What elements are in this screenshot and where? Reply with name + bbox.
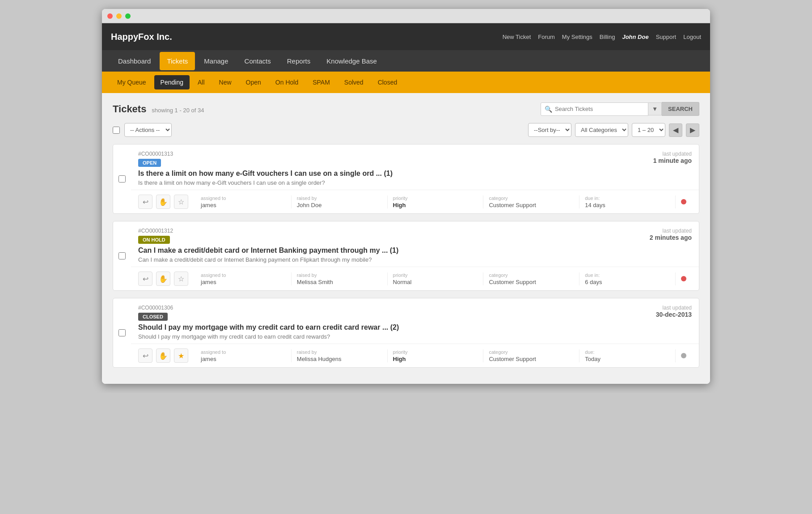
categories-dropdown[interactable]: All Categories [575,123,628,137]
reply-icon[interactable]: ↩ [138,272,152,286]
ticket-checkbox-col [113,144,131,213]
support-link[interactable]: Support [656,34,677,40]
assigned-to-value: james [201,356,286,362]
subnav-spam[interactable]: SPAM [306,75,336,89]
status-badge: OPEN [138,159,161,167]
ticket-checkbox[interactable] [118,175,126,183]
reply-icon[interactable]: ↩ [138,348,152,363]
sort-by-dropdown[interactable]: --Sort by-- [528,123,571,137]
nav-dashboard[interactable]: Dashboard [111,52,158,70]
priority-dot-field [675,195,692,208]
assigned-to-field: assigned to james [195,195,291,208]
tickets-count: showing 1 - 20 of 34 [152,107,204,114]
nav-knowledge-base[interactable]: Knowledge Base [319,52,384,70]
reply-icon[interactable]: ↩ [138,195,152,209]
subnav-pending[interactable]: Pending [154,75,190,89]
actions-dropdown[interactable]: -- Actions -- [124,123,172,137]
ticket-body: #CO00001312 ON HOLD Can I make a credit/… [131,221,699,290]
subnav-open[interactable]: Open [240,75,267,89]
ticket-info: #CO00001313 OPEN Is there a limit on how… [138,151,629,186]
logout-link[interactable]: Logout [683,34,701,40]
tickets-header: Tickets showing 1 - 20 of 34 🔍 ▼ SEARCH [113,102,699,116]
assigned-to-value: james [201,202,286,208]
ticket-checkbox-col [113,221,131,290]
priority-field: priority High [387,349,483,362]
my-settings-link[interactable]: My Settings [562,34,592,40]
forum-link[interactable]: Forum [538,34,555,40]
assign-icon[interactable]: ✋ [156,195,170,209]
prev-page-button[interactable]: ◀ [669,123,682,137]
category-field: category Customer Support [483,272,579,285]
priority-field: priority Normal [387,272,483,285]
toolbar-right: --Sort by-- All Categories 1 – 20 ◀ ▶ [528,123,699,137]
nav-reports[interactable]: Reports [280,52,318,70]
assigned-to-label: assigned to [201,195,286,201]
maximize-button[interactable] [125,13,131,19]
ticket-checkbox[interactable] [118,252,126,259]
assign-icon[interactable]: ✋ [156,272,170,286]
sub-nav: My Queue Pending All New Open On Hold SP… [102,72,710,93]
new-ticket-link[interactable]: New Ticket [503,34,531,40]
category-field: category Customer Support [483,349,579,362]
ticket-info: #CO00001306 CLOSED Should I pay my mortg… [138,305,629,340]
due-label: due in: [585,195,670,201]
priority-label: priority [393,272,478,278]
star-icon[interactable]: ☆ [174,195,188,209]
minimize-button[interactable] [116,13,122,19]
priority-label: priority [393,349,478,355]
search-input[interactable] [555,106,644,112]
subnav-on-hold[interactable]: On Hold [269,75,304,89]
star-icon[interactable]: ★ [174,348,188,363]
ticket-subject[interactable]: Can I make a credit/debit card or Intern… [138,246,629,255]
assign-icon[interactable]: ✋ [156,348,170,363]
category-label: category [489,195,574,201]
due-value: 6 days [585,279,670,285]
close-button[interactable] [107,13,113,19]
ticket-bottom: ↩ ✋ ★ assigned to james raised by Meliss… [131,344,699,367]
subnav-all[interactable]: All [191,75,211,89]
ticket-actions-icons: ↩ ✋ ☆ [138,272,188,286]
search-box: 🔍 [541,102,648,116]
ticket-subject[interactable]: Is there a limit on how many e-Gift vouc… [138,170,629,178]
due-label: due: [585,349,670,355]
raised-by-label: raised by [297,272,382,278]
ticket-top: #CO00001313 OPEN Is there a limit on how… [131,144,699,190]
priority-dot-field [675,272,692,285]
ticket-last-updated: last updated 30-dec-2013 [629,305,692,318]
category-field: category Customer Support [483,195,579,208]
subnav-my-queue[interactable]: My Queue [111,75,152,89]
select-all-checkbox[interactable] [113,127,120,134]
page-range-select[interactable]: 1 – 20 [632,123,665,137]
due-field: due in: 6 days [579,272,675,285]
nav-tickets[interactable]: Tickets [160,52,195,70]
ticket-checkbox[interactable] [118,329,126,336]
next-page-button[interactable]: ▶ [686,123,699,137]
due-label: due in: [585,272,670,278]
assigned-to-field: assigned to james [195,272,291,285]
subnav-solved[interactable]: Solved [338,75,370,89]
ticket-subject[interactable]: Should I pay my mortgage with my credit … [138,323,629,331]
priority-dot-indicator [681,353,686,358]
priority-dot-indicator [681,199,686,204]
ticket-actions-icons: ↩ ✋ ☆ [138,195,188,209]
search-filter-dropdown[interactable]: ▼ [648,102,662,115]
last-updated-value: 2 minutes ago [629,234,692,241]
user-name-link[interactable]: John Doe [622,34,648,40]
last-updated-label: last updated [629,228,692,234]
subnav-new[interactable]: New [213,75,238,89]
subnav-closed[interactable]: Closed [372,75,404,89]
tickets-list: #CO00001313 OPEN Is there a limit on how… [113,144,699,368]
nav-manage[interactable]: Manage [197,52,235,70]
assigned-to-field: assigned to james [195,349,291,362]
ticket-id: #CO00001312 [138,228,629,234]
last-updated-label: last updated [629,305,692,311]
toolbar: -- Actions -- --Sort by-- All Categories… [113,123,699,137]
star-icon[interactable]: ☆ [174,272,188,286]
search-button[interactable]: SEARCH [662,102,699,116]
ticket-id: #CO00001306 [138,305,629,311]
nav-contacts[interactable]: Contacts [237,52,278,70]
raised-by-field: raised by Melissa Hudgens [291,349,387,362]
ticket-actions-icons: ↩ ✋ ★ [138,348,188,363]
billing-link[interactable]: Billing [600,34,615,40]
ticket-body: #CO00001306 CLOSED Should I pay my mortg… [131,298,699,367]
